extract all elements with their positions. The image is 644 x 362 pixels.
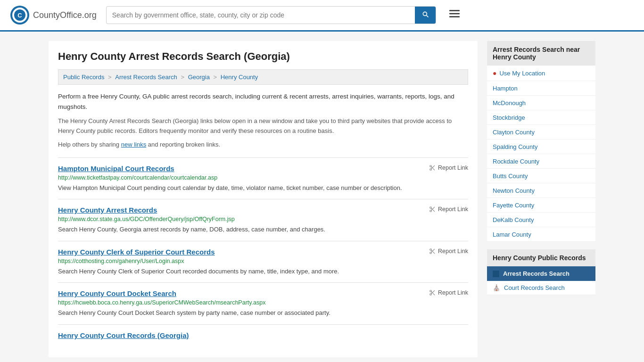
sidebar-pr-active-0[interactable]: Arrest Records Search — [487, 266, 595, 281]
report-link-btn-1[interactable]: Report Link — [429, 206, 468, 213]
report-link-btn-0[interactable]: Report Link — [429, 165, 468, 171]
description2: The Henry County Arrest Records Search (… — [58, 116, 468, 136]
record-item: Henry County Court Records (Georgia) — [58, 324, 468, 348]
sidebar-pr-item-1: ⛪ Court Records Search — [487, 281, 595, 295]
sidebar-pr-label-0: Arrest Records Search — [503, 270, 570, 277]
svg-line-11 — [431, 167, 432, 168]
pin-icon: ● — [493, 69, 496, 77]
sidebar-nearby-item-6: Butts County — [487, 169, 595, 183]
sidebar: Arrest Records Search near Henry County … — [487, 41, 595, 357]
record-item: Henry County Arrest Records Report Link … — [58, 199, 468, 241]
sidebar-nearby-link-9[interactable]: DeKalb County — [493, 216, 534, 223]
page-title: Henry County Arrest Records Search (Geor… — [58, 50, 468, 63]
sidebar-nearby-link-1[interactable]: McDonough — [493, 99, 526, 107]
main-layout: Henry County Arrest Records Search (Geor… — [39, 32, 605, 362]
record-desc-2: Search Henry County Clerk of Superior Co… — [58, 267, 468, 276]
active-icon-0 — [493, 271, 499, 277]
sidebar-nearby-item-10: Lamar County — [487, 227, 595, 242]
sidebar-nearby-item-9: DeKalb County — [487, 213, 595, 227]
help-text: Help others by sharing new links and rep… — [58, 141, 468, 148]
record-desc-1: Search Henry County, Georgia arrest reco… — [58, 225, 468, 234]
sidebar-nearby-item-1: McDonough — [487, 96, 595, 110]
sidebar-nearby-link-2[interactable]: Stockbridge — [493, 114, 525, 121]
sidebar-nearby-link-0[interactable]: Hampton — [493, 85, 518, 92]
record-header: Henry County Clerk of Superior Court Rec… — [58, 248, 468, 256]
search-icon — [421, 10, 429, 18]
breadcrumb-arrest-records[interactable]: Arrest Records Search — [115, 74, 177, 81]
logo-suffix: .org — [82, 10, 97, 20]
sidebar-nearby-link-6[interactable]: Butts County — [493, 173, 528, 180]
public-records-title: Henry County Public Records — [487, 249, 595, 266]
use-my-location-label: Use My Location — [499, 70, 545, 77]
record-desc-0: View Hampton Municipal Court pending cou… — [58, 183, 468, 193]
scissors-icon-0 — [429, 165, 436, 171]
scissors-icon-2 — [429, 248, 436, 255]
record-title-0[interactable]: Hampton Municipal Court Records — [58, 165, 174, 173]
hamburger-icon — [448, 8, 461, 20]
sidebar-pr-link-1[interactable]: Court Records Search — [504, 284, 565, 291]
search-bar — [106, 6, 436, 24]
sidebar-nearby-item-3: Clayton County — [487, 125, 595, 140]
sidebar-nearby-item-7: Newton County — [487, 183, 595, 198]
sidebar-nearby-link-10[interactable]: Lamar County — [493, 231, 531, 238]
breadcrumb-henry-county[interactable]: Henry County — [221, 74, 258, 81]
breadcrumb: Public Records > Arrest Records Search >… — [58, 69, 468, 85]
logo-name: CountyOffice — [33, 10, 82, 20]
record-title-2[interactable]: Henry County Clerk of Superior Court Rec… — [58, 248, 215, 256]
building-icon-1: ⛪ — [493, 284, 500, 291]
records-list: Hampton Municipal Court Records Report L… — [58, 157, 468, 348]
record-header: Hampton Municipal Court Records Report L… — [58, 165, 468, 173]
nearby-title: Arrest Records Search near Henry County — [487, 41, 595, 66]
breadcrumb-sep1: > — [108, 74, 113, 81]
menu-button[interactable] — [446, 5, 463, 25]
record-title-4[interactable]: Henry County Court Records (Georgia) — [58, 331, 189, 339]
header: C CountyOffice.org — [0, 0, 644, 32]
public-records-items: Arrest Records Search ⛪ Court Records Se… — [487, 266, 595, 295]
record-title-1[interactable]: Henry County Arrest Records — [58, 206, 157, 214]
record-header: Henry County Court Docket Search Report … — [58, 289, 468, 297]
sidebar-nearby-item-2: Stockbridge — [487, 110, 595, 125]
svg-line-25 — [433, 294, 435, 295]
svg-line-16 — [431, 208, 432, 209]
svg-line-10 — [433, 168, 435, 170]
scissors-icon-3 — [429, 289, 436, 296]
sidebar-nearby-link-8[interactable]: Fayette County — [493, 202, 534, 209]
breadcrumb-sep2: > — [181, 74, 186, 81]
record-title-3[interactable]: Henry County Court Docket Search — [58, 289, 176, 297]
record-url-0[interactable]: http://www.ticketfastpay.com/courtcalend… — [58, 174, 468, 181]
sidebar-nearby-link-3[interactable]: Clayton County — [493, 129, 535, 136]
sidebar-nearby-link-5[interactable]: Rockdale County — [493, 158, 539, 165]
sidebar-nearby-item-4: Spalding County — [487, 140, 595, 154]
nearby-items-list: HamptonMcDonoughStockbridgeClayton Count… — [487, 81, 595, 242]
svg-line-21 — [431, 250, 432, 251]
search-input[interactable] — [107, 8, 415, 23]
new-links[interactable]: new links — [121, 141, 146, 148]
record-item: Hampton Municipal Court Records Report L… — [58, 157, 468, 199]
breadcrumb-public-records[interactable]: Public Records — [63, 74, 104, 81]
svg-line-20 — [433, 252, 435, 253]
logo-icon: C — [9, 5, 30, 25]
sidebar-nearby-link-4[interactable]: Spalding County — [493, 143, 537, 150]
use-my-location-btn[interactable]: ● Use My Location — [487, 66, 595, 81]
report-link-btn-2[interactable]: Report Link — [429, 248, 468, 255]
record-url-1[interactable]: http://www.dcor.state.ga.us/GDC/Offender… — [58, 216, 468, 222]
svg-line-15 — [433, 210, 435, 212]
svg-line-26 — [431, 292, 432, 293]
record-item: Henry County Clerk of Superior Court Rec… — [58, 241, 468, 283]
breadcrumb-georgia[interactable]: Georgia — [188, 74, 210, 81]
scissors-icon-1 — [429, 206, 436, 213]
nearby-section: Arrest Records Search near Henry County … — [487, 41, 595, 242]
logo-text: CountyOffice.org — [33, 10, 97, 20]
sidebar-nearby-item-8: Fayette County — [487, 198, 595, 213]
search-button[interactable] — [415, 7, 436, 24]
record-url-3[interactable]: https://hcwebb.boca.co.henry.ga.us/Super… — [58, 299, 468, 306]
sidebar-nearby-item-0: Hampton — [487, 81, 595, 96]
record-desc-3: Search Henry County Court Docket Search … — [58, 308, 468, 318]
record-header: Henry County Arrest Records Report Link — [58, 206, 468, 214]
content-area: Henry County Arrest Records Search (Geor… — [49, 41, 478, 357]
record-url-2[interactable]: https://cotthosting.com/gahenry/User/Log… — [58, 258, 468, 264]
sidebar-nearby-link-7[interactable]: Newton County — [493, 187, 535, 194]
description1: Perform a free Henry County, GA public a… — [58, 91, 468, 112]
report-link-btn-3[interactable]: Report Link — [429, 289, 468, 296]
logo[interactable]: C CountyOffice.org — [9, 5, 97, 25]
